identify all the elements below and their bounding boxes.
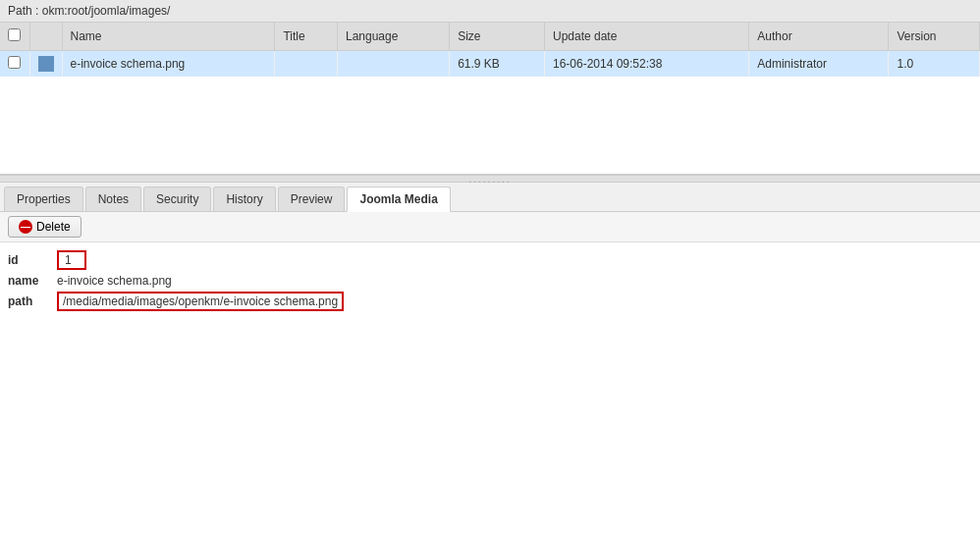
- row-size: 61.9 KB: [450, 51, 545, 78]
- id-row: id 1: [8, 250, 972, 270]
- path-bar: Path : okm:root/joomla/images/: [0, 0, 980, 23]
- path-value: okm:root/joomla/images/: [42, 4, 171, 18]
- name-label: name: [8, 274, 57, 288]
- tab-preview[interactable]: Preview: [278, 187, 346, 211]
- row-name[interactable]: e-invoice schema.png: [62, 51, 275, 78]
- tabs-bar: Properties Notes Security History Previe…: [0, 183, 980, 212]
- col-header-language[interactable]: Language: [338, 23, 450, 51]
- col-header-version[interactable]: Version: [889, 23, 980, 51]
- delete-button[interactable]: — Delete: [8, 216, 82, 238]
- tab-security[interactable]: Security: [143, 187, 211, 211]
- path-label: Path :: [8, 4, 38, 18]
- file-table: Name Title Language Size Update date Aut…: [0, 23, 980, 77]
- col-header-checkbox: [0, 23, 29, 51]
- row-update-date: 16-06-2014 09:52:38: [544, 51, 748, 78]
- row-version: 1.0: [889, 51, 980, 78]
- row-title: [275, 51, 338, 78]
- tab-joomla-media[interactable]: Joomla Media: [347, 187, 450, 212]
- delete-label: Delete: [36, 220, 71, 234]
- select-all-checkbox[interactable]: [8, 28, 21, 41]
- col-header-size[interactable]: Size: [450, 23, 545, 51]
- detail-area: id 1 name e-invoice schema.png path /med…: [0, 242, 980, 534]
- path-row: path /media/media/images/openkm/e-invoic…: [8, 292, 972, 311]
- name-row: name e-invoice schema.png: [8, 274, 972, 288]
- col-header-author[interactable]: Author: [749, 23, 889, 51]
- toolbar: — Delete: [0, 212, 980, 242]
- table-row[interactable]: e-invoice schema.png 61.9 KB 16-06-2014 …: [0, 51, 980, 78]
- row-icon-cell: [29, 51, 62, 78]
- file-area: Name Title Language Size Update date Aut…: [0, 23, 980, 175]
- delete-icon: —: [19, 220, 32, 234]
- tab-properties[interactable]: Properties: [4, 187, 83, 211]
- name-value: e-invoice schema.png: [57, 274, 172, 288]
- row-language: [338, 51, 450, 78]
- table-header-row: Name Title Language Size Update date Aut…: [0, 23, 980, 51]
- resize-handle[interactable]: .........: [0, 175, 980, 183]
- col-header-icon: [29, 23, 62, 51]
- col-header-update-date[interactable]: Update date: [544, 23, 748, 51]
- col-header-title[interactable]: Title: [275, 23, 338, 51]
- id-label: id: [8, 253, 57, 267]
- row-checkbox-cell: [0, 51, 29, 78]
- col-header-name[interactable]: Name: [62, 23, 275, 51]
- app-container: Path : okm:root/joomla/images/ Name Titl…: [0, 0, 980, 534]
- tab-history[interactable]: History: [213, 187, 275, 211]
- file-icon: [38, 56, 54, 72]
- path-detail-label: path: [8, 294, 57, 308]
- id-value: 1: [57, 250, 86, 270]
- row-checkbox[interactable]: [8, 56, 21, 69]
- path-detail-value: /media/media/images/openkm/e-invoice sch…: [57, 292, 344, 311]
- tab-notes[interactable]: Notes: [85, 187, 141, 211]
- row-author: Administrator: [749, 51, 889, 78]
